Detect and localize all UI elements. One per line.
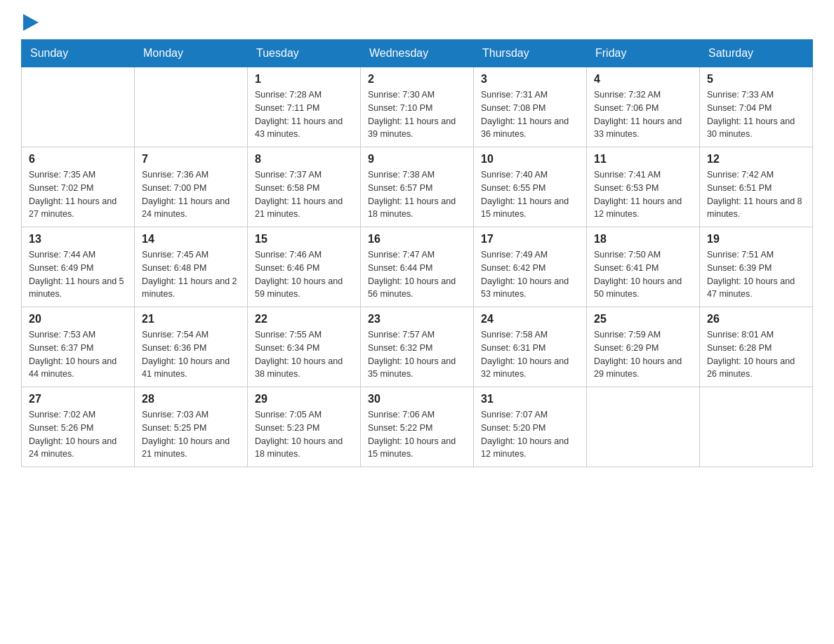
day-number: 25 [594,313,692,326]
day-number: 18 [594,233,692,246]
day-info: Sunrise: 7:05 AM Sunset: 5:23 PM Dayligh… [255,408,353,461]
calendar-cell: 10Sunrise: 7:40 AM Sunset: 6:55 PM Dayli… [474,147,587,227]
day-info: Sunrise: 7:55 AM Sunset: 6:34 PM Dayligh… [255,328,353,381]
calendar-cell: 26Sunrise: 8:01 AM Sunset: 6:28 PM Dayli… [700,307,813,387]
calendar-cell: 3Sunrise: 7:31 AM Sunset: 7:08 PM Daylig… [474,67,587,147]
calendar-cell: 29Sunrise: 7:05 AM Sunset: 5:23 PM Dayli… [248,387,361,467]
calendar-cell: 8Sunrise: 7:37 AM Sunset: 6:58 PM Daylig… [248,147,361,227]
calendar-week-row: 27Sunrise: 7:02 AM Sunset: 5:26 PM Dayli… [22,387,813,467]
day-info: Sunrise: 7:03 AM Sunset: 5:25 PM Dayligh… [142,408,240,461]
day-info: Sunrise: 7:42 AM Sunset: 6:51 PM Dayligh… [707,168,805,221]
day-info: Sunrise: 7:58 AM Sunset: 6:31 PM Dayligh… [481,328,579,381]
day-header-friday: Friday [587,40,700,67]
day-info: Sunrise: 7:51 AM Sunset: 6:39 PM Dayligh… [707,248,805,301]
calendar-cell: 27Sunrise: 7:02 AM Sunset: 5:26 PM Dayli… [22,387,135,467]
calendar-cell: 18Sunrise: 7:50 AM Sunset: 6:41 PM Dayli… [587,227,700,307]
day-info: Sunrise: 7:41 AM Sunset: 6:53 PM Dayligh… [594,168,692,221]
calendar-cell: 15Sunrise: 7:46 AM Sunset: 6:46 PM Dayli… [248,227,361,307]
day-info: Sunrise: 7:37 AM Sunset: 6:58 PM Dayligh… [255,168,353,221]
calendar-cell: 5Sunrise: 7:33 AM Sunset: 7:04 PM Daylig… [700,67,813,147]
calendar-cell: 2Sunrise: 7:30 AM Sunset: 7:10 PM Daylig… [361,67,474,147]
day-number: 22 [255,313,353,326]
day-info: Sunrise: 7:45 AM Sunset: 6:48 PM Dayligh… [142,248,240,301]
day-number: 4 [594,73,692,86]
day-info: Sunrise: 7:06 AM Sunset: 5:22 PM Dayligh… [368,408,466,461]
calendar-header-row: SundayMondayTuesdayWednesdayThursdayFrid… [22,40,813,67]
day-number: 7 [142,153,240,166]
day-number: 3 [481,73,579,86]
day-info: Sunrise: 8:01 AM Sunset: 6:28 PM Dayligh… [707,328,805,381]
day-header-wednesday: Wednesday [361,40,474,67]
day-number: 8 [255,153,353,166]
svg-marker-0 [23,14,39,31]
calendar-cell: 13Sunrise: 7:44 AM Sunset: 6:49 PM Dayli… [22,227,135,307]
calendar-cell: 28Sunrise: 7:03 AM Sunset: 5:25 PM Dayli… [135,387,248,467]
day-info: Sunrise: 7:35 AM Sunset: 7:02 PM Dayligh… [29,168,127,221]
day-number: 23 [368,313,466,326]
day-info: Sunrise: 7:53 AM Sunset: 6:37 PM Dayligh… [29,328,127,381]
calendar-week-row: 13Sunrise: 7:44 AM Sunset: 6:49 PM Dayli… [22,227,813,307]
calendar-cell [587,387,700,467]
calendar-cell: 6Sunrise: 7:35 AM Sunset: 7:02 PM Daylig… [22,147,135,227]
calendar-cell: 31Sunrise: 7:07 AM Sunset: 5:20 PM Dayli… [474,387,587,467]
calendar-cell: 4Sunrise: 7:32 AM Sunset: 7:06 PM Daylig… [587,67,700,147]
day-header-thursday: Thursday [474,40,587,67]
calendar-cell: 14Sunrise: 7:45 AM Sunset: 6:48 PM Dayli… [135,227,248,307]
day-number: 31 [481,393,579,405]
day-number: 12 [707,153,805,166]
day-number: 19 [707,233,805,246]
day-info: Sunrise: 7:47 AM Sunset: 6:44 PM Dayligh… [368,248,466,301]
day-info: Sunrise: 7:36 AM Sunset: 7:00 PM Dayligh… [142,168,240,221]
day-number: 15 [255,233,353,246]
day-number: 13 [29,233,127,246]
day-header-sunday: Sunday [22,40,135,67]
day-number: 24 [481,313,579,326]
calendar-cell: 24Sunrise: 7:58 AM Sunset: 6:31 PM Dayli… [474,307,587,387]
day-number: 16 [368,233,466,246]
calendar-cell: 21Sunrise: 7:54 AM Sunset: 6:36 PM Dayli… [135,307,248,387]
day-header-monday: Monday [135,40,248,67]
day-number: 6 [29,153,127,166]
day-info: Sunrise: 7:02 AM Sunset: 5:26 PM Dayligh… [29,408,127,461]
day-number: 28 [142,393,240,405]
calendar-week-row: 1Sunrise: 7:28 AM Sunset: 7:11 PM Daylig… [22,67,813,147]
calendar-table: SundayMondayTuesdayWednesdayThursdayFrid… [21,39,813,467]
day-info: Sunrise: 7:31 AM Sunset: 7:08 PM Dayligh… [481,88,579,141]
day-info: Sunrise: 7:49 AM Sunset: 6:42 PM Dayligh… [481,248,579,301]
day-number: 9 [368,153,466,166]
calendar-cell: 30Sunrise: 7:06 AM Sunset: 5:22 PM Dayli… [361,387,474,467]
calendar-week-row: 20Sunrise: 7:53 AM Sunset: 6:37 PM Dayli… [22,307,813,387]
day-info: Sunrise: 7:38 AM Sunset: 6:57 PM Dayligh… [368,168,466,221]
day-number: 30 [368,393,466,405]
day-header-saturday: Saturday [700,40,813,67]
calendar-cell: 16Sunrise: 7:47 AM Sunset: 6:44 PM Dayli… [361,227,474,307]
calendar-cell: 12Sunrise: 7:42 AM Sunset: 6:51 PM Dayli… [700,147,813,227]
calendar-cell: 7Sunrise: 7:36 AM Sunset: 7:00 PM Daylig… [135,147,248,227]
day-number: 27 [29,393,127,405]
calendar-cell: 20Sunrise: 7:53 AM Sunset: 6:37 PM Dayli… [22,307,135,387]
day-header-tuesday: Tuesday [248,40,361,67]
calendar-cell: 19Sunrise: 7:51 AM Sunset: 6:39 PM Dayli… [700,227,813,307]
day-info: Sunrise: 7:50 AM Sunset: 6:41 PM Dayligh… [594,248,692,301]
day-info: Sunrise: 7:28 AM Sunset: 7:11 PM Dayligh… [255,88,353,141]
calendar-cell [700,387,813,467]
calendar-cell: 9Sunrise: 7:38 AM Sunset: 6:57 PM Daylig… [361,147,474,227]
day-info: Sunrise: 7:54 AM Sunset: 6:36 PM Dayligh… [142,328,240,381]
day-info: Sunrise: 7:44 AM Sunset: 6:49 PM Dayligh… [29,248,127,301]
calendar-cell: 1Sunrise: 7:28 AM Sunset: 7:11 PM Daylig… [248,67,361,147]
header [21,14,813,32]
day-number: 17 [481,233,579,246]
calendar-cell: 17Sunrise: 7:49 AM Sunset: 6:42 PM Dayli… [474,227,587,307]
day-number: 29 [255,393,353,405]
day-info: Sunrise: 7:57 AM Sunset: 6:32 PM Dayligh… [368,328,466,381]
day-info: Sunrise: 7:32 AM Sunset: 7:06 PM Dayligh… [594,88,692,141]
logo-arrow-icon [23,14,39,31]
calendar-week-row: 6Sunrise: 7:35 AM Sunset: 7:02 PM Daylig… [22,147,813,227]
day-number: 26 [707,313,805,326]
day-number: 1 [255,73,353,86]
day-info: Sunrise: 7:07 AM Sunset: 5:20 PM Dayligh… [481,408,579,461]
day-info: Sunrise: 7:30 AM Sunset: 7:10 PM Dayligh… [368,88,466,141]
calendar-cell [135,67,248,147]
day-number: 2 [368,73,466,86]
day-number: 14 [142,233,240,246]
